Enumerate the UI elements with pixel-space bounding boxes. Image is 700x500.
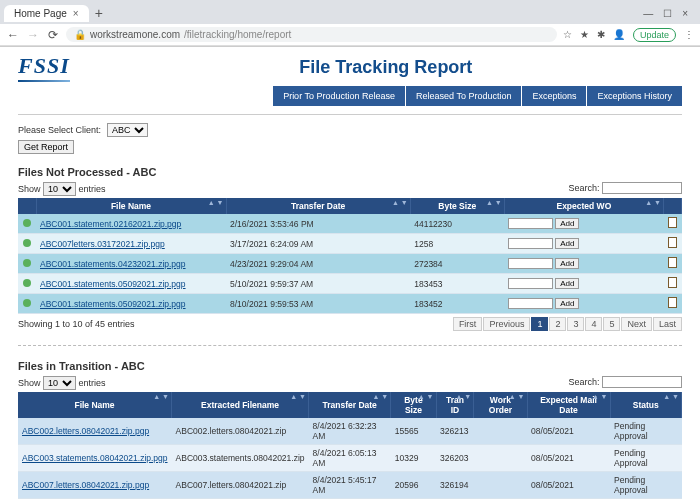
add-button[interactable]: Add — [555, 238, 579, 249]
file-link[interactable]: ABC001.statement.02162021.zip.pgp — [40, 219, 181, 229]
menu-released-to-production[interactable]: Released To Production — [406, 86, 521, 106]
pager-page-2[interactable]: 2 — [549, 317, 566, 331]
logo: FSSI — [18, 53, 70, 82]
tr-search-input[interactable] — [602, 376, 682, 388]
tr-col-0[interactable]: File Name▲ ▼ — [18, 392, 172, 418]
tr-show-label: Show — [18, 378, 41, 388]
np-toolbar: Show 10 entries Search: — [18, 182, 682, 196]
browser-tab[interactable]: Home Page × — [4, 5, 89, 22]
new-tab-button[interactable]: + — [95, 5, 103, 21]
byte-size: 20596 — [391, 472, 436, 499]
tr-toolbar: Show 10 entries Search: — [18, 376, 682, 390]
tab-close-icon[interactable]: × — [73, 8, 79, 19]
document-icon[interactable] — [668, 217, 677, 228]
add-button[interactable]: Add — [555, 258, 579, 269]
tr-col-3[interactable]: Byte Size▲ ▼ — [391, 392, 436, 418]
close-window-icon[interactable]: × — [682, 8, 688, 19]
file-link[interactable]: ABC007.letters.08042021.zip.pgp — [22, 480, 149, 490]
section-divider — [18, 345, 682, 346]
byte-size: 272384 — [410, 254, 504, 274]
table-row: ABC001.statements.05092021.zip.pgp8/10/2… — [18, 294, 682, 314]
document-icon[interactable] — [668, 237, 677, 248]
transfer-date: 3/17/2021 6:24:09 AM — [226, 234, 410, 254]
tr-col-1[interactable]: Extracted Filename▲ ▼ — [172, 392, 309, 418]
get-report-button[interactable]: Get Report — [18, 140, 74, 154]
extracted-name: ABC002.letters.08042021.zip — [172, 418, 309, 445]
transfer-date: 2/16/2021 3:53:46 PM — [226, 214, 410, 234]
browser-chrome: Home Page × + — ☐ × ← → ⟳ 🔒 workstreamon… — [0, 0, 700, 47]
table-row: ABC002.letters.08042021.zip.pgpABC002.le… — [18, 418, 682, 445]
file-link[interactable]: ABC001.statements.05092021.zip.pgp — [40, 299, 186, 309]
np-col-2[interactable]: Transfer Date▲ ▼ — [226, 198, 410, 214]
add-button[interactable]: Add — [555, 278, 579, 289]
transfer-date: 8/10/2021 9:59:53 AM — [226, 294, 410, 314]
np-col-3[interactable]: Byte Size▲ ▼ — [410, 198, 504, 214]
expected-wo-input[interactable] — [508, 278, 553, 289]
add-button[interactable]: Add — [555, 298, 579, 309]
page-title: File Tracking Report — [90, 57, 682, 78]
maximize-icon[interactable]: ☐ — [663, 8, 672, 19]
page-body: FSSI File Tracking Report Prior To Produ… — [0, 47, 700, 500]
table-row: ABC007letters.03172021.zip.pgp3/17/2021 … — [18, 234, 682, 254]
pager-next[interactable]: Next — [621, 317, 652, 331]
status: Pending Approval — [610, 445, 681, 472]
menu-exceptions[interactable]: Exceptions — [522, 86, 586, 106]
file-link[interactable]: ABC007letters.03172021.zip.pgp — [40, 239, 165, 249]
np-table-head: File Name▲ ▼Transfer Date▲ ▼Byte Size▲ ▼… — [18, 198, 682, 214]
pager-page-3[interactable]: 3 — [567, 317, 584, 331]
reload-icon[interactable]: ⟳ — [46, 28, 60, 42]
extension-icon[interactable]: ✱ — [597, 29, 605, 40]
pager-last[interactable]: Last — [653, 317, 682, 331]
client-label: Please Select Client: — [18, 125, 101, 135]
np-entries-label: entries — [79, 184, 106, 194]
expected-wo-input[interactable] — [508, 238, 553, 249]
document-icon[interactable] — [668, 297, 677, 308]
add-button[interactable]: Add — [555, 218, 579, 229]
byte-size: 183453 — [410, 274, 504, 294]
pager-first[interactable]: First — [453, 317, 483, 331]
update-button[interactable]: Update — [633, 28, 676, 42]
file-link[interactable]: ABC003.statements.08042021.zip.pgp — [22, 453, 168, 463]
tr-show-select[interactable]: 10 — [43, 376, 76, 390]
transfer-date: 5/10/2021 9:59:37 AM — [226, 274, 410, 294]
pager-page-5[interactable]: 5 — [603, 317, 620, 331]
star-icon[interactable]: ★ — [580, 29, 589, 40]
forward-icon[interactable]: → — [26, 28, 40, 42]
share-icon[interactable]: ☆ — [563, 29, 572, 40]
tran-id: 326203 — [436, 445, 474, 472]
expected-wo-input[interactable] — [508, 298, 553, 309]
np-col-5[interactable] — [664, 198, 682, 214]
pager-page-4[interactable]: 4 — [585, 317, 602, 331]
client-select[interactable]: ABC — [107, 123, 148, 137]
np-col-1[interactable]: File Name▲ ▼ — [36, 198, 226, 214]
np-col-0[interactable] — [18, 198, 36, 214]
profile-icon[interactable]: 👤 — [613, 29, 625, 40]
expected-wo-input[interactable] — [508, 218, 553, 229]
menu-exceptions-history[interactable]: Exceptions History — [587, 86, 682, 106]
tr-col-6[interactable]: Expected Mail Date▲ ▼ — [527, 392, 610, 418]
status: Pending Approval — [610, 472, 681, 499]
file-link[interactable]: ABC001.statements.04232021.zip.pgp — [40, 259, 186, 269]
np-show-select[interactable]: 10 — [43, 182, 76, 196]
document-icon[interactable] — [668, 277, 677, 288]
expected-wo-input[interactable] — [508, 258, 553, 269]
pager-prev[interactable]: Previous — [483, 317, 530, 331]
menu-icon[interactable]: ⋮ — [684, 29, 694, 40]
work-order — [474, 472, 527, 499]
file-link[interactable]: ABC001.statements.05092021.zip.pgp — [40, 279, 186, 289]
menu-prior-to-production-release[interactable]: Prior To Production Release — [273, 86, 405, 106]
minimize-icon[interactable]: — — [643, 8, 653, 19]
document-icon[interactable] — [668, 257, 677, 268]
url-field[interactable]: 🔒 workstreamone.com/filetracking/home/re… — [66, 27, 557, 42]
tr-col-5[interactable]: Work Order▲ ▼ — [474, 392, 527, 418]
np-search-input[interactable] — [602, 182, 682, 194]
back-icon[interactable]: ← — [6, 28, 20, 42]
tr-col-7[interactable]: Status▲ ▼ — [610, 392, 681, 418]
client-selector-row: Please Select Client: ABC — [18, 123, 682, 137]
file-link[interactable]: ABC002.letters.08042021.zip.pgp — [22, 426, 149, 436]
tr-col-4[interactable]: Tran ID▲ ▼ — [436, 392, 474, 418]
np-col-4[interactable]: Expected WO▲ ▼ — [504, 198, 663, 214]
table-row: ABC001.statement.02162021.zip.pgp2/16/20… — [18, 214, 682, 234]
pager-page-1[interactable]: 1 — [531, 317, 548, 331]
tr-col-2[interactable]: Transfer Date▲ ▼ — [309, 392, 391, 418]
